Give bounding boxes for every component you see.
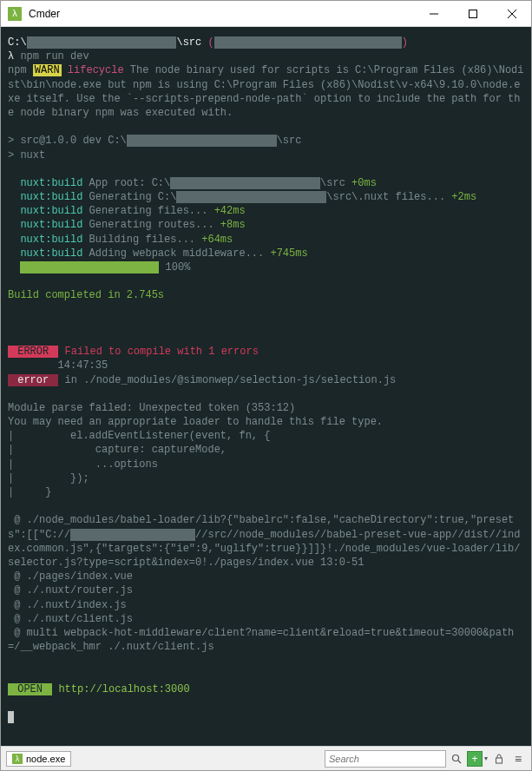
- prompt-lambda: λ: [8, 50, 20, 63]
- statusbar: λ node.exe + ▾ ≡: [1, 746, 531, 770]
- error-sub-badge: error: [8, 374, 58, 386]
- error-heading: Failed to compile with 1 errors: [58, 346, 258, 358]
- search-icon[interactable]: [450, 752, 463, 766]
- lambda-icon: λ: [12, 754, 23, 764]
- terminal-output[interactable]: C:\xxxxxxxxxxxxxxxxxxxxxxxx\src (xxxxxxx…: [1, 27, 531, 746]
- progress-percent: 100%: [159, 261, 190, 273]
- svg-line-5: [458, 761, 461, 763]
- open-badge: OPEN: [8, 683, 52, 695]
- dropdown-icon[interactable]: ▾: [484, 755, 488, 762]
- titlebar: λ Cmder: [1, 1, 531, 27]
- svg-rect-1: [469, 10, 476, 17]
- lock-button[interactable]: [491, 751, 507, 767]
- build-complete: Build completed in 2.745s: [8, 289, 164, 301]
- maximize-button[interactable]: [453, 1, 492, 27]
- search-input[interactable]: [325, 750, 446, 768]
- warn-badge: WARN: [33, 64, 62, 76]
- app-icon: λ: [8, 7, 22, 21]
- error-badge: ERROR: [8, 346, 58, 358]
- window-controls: [414, 1, 531, 27]
- svg-point-4: [453, 755, 459, 761]
- new-console-button[interactable]: +: [467, 751, 483, 767]
- stack-trace: @ ./node_modules/babel-loader/lib?{"babe…: [8, 514, 521, 569]
- window-title: Cmder: [29, 8, 414, 20]
- open-url: http://localhost:3000: [58, 683, 189, 695]
- svg-rect-6: [496, 758, 502, 763]
- cursor: [8, 711, 14, 723]
- progress-bar: [20, 261, 159, 273]
- minimize-button[interactable]: [414, 1, 453, 27]
- prompt-branch: (xxxxxxxxxxxxxxxxxxxxxxxxxxxxxx): [207, 36, 407, 49]
- stack-lines: @ ./pages/index.vue @ ./.nuxt/router.js …: [8, 570, 524, 654]
- tab-label: node.exe: [26, 754, 65, 764]
- error-source: in ./node_modules/@simonwep/selection-js…: [58, 374, 396, 386]
- menu-button[interactable]: ≡: [510, 751, 526, 767]
- prompt-path: C:\xxxxxxxxxxxxxxxxxxxxxxxx\src: [8, 36, 201, 49]
- command-input: npm run dev: [20, 50, 89, 63]
- error-time: 14:47:35: [58, 359, 108, 372]
- close-button[interactable]: [492, 1, 531, 27]
- script-header: > src@1.0.0 dev C:\xxxxxxxxxxxxxxxxxxxxx…: [8, 135, 301, 147]
- script-cmd: > nuxt: [8, 149, 45, 161]
- console-tab[interactable]: λ node.exe: [6, 751, 71, 767]
- error-body: Module parse failed: Unexpected token (3…: [8, 402, 383, 498]
- build-log: nuxt:build App root: C:\xxxxxxxxxxxxxxxx…: [8, 176, 524, 260]
